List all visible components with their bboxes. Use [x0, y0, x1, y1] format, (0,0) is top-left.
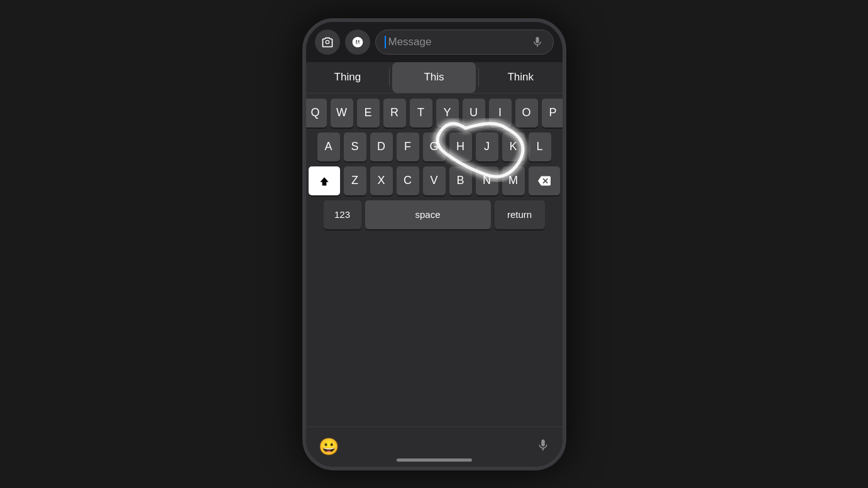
appstore-button[interactable]: A	[345, 30, 370, 55]
key-f[interactable]: F	[397, 133, 419, 161]
autocomplete-think[interactable]: Think	[479, 62, 563, 93]
key-i[interactable]: I	[489, 99, 512, 127]
key-n[interactable]: N	[476, 166, 498, 195]
shift-icon	[318, 175, 331, 187]
autocomplete-bar: Thing This Think	[306, 62, 563, 94]
camera-button[interactable]	[315, 30, 340, 55]
delete-key[interactable]	[529, 166, 560, 195]
key-o[interactable]: O	[515, 99, 538, 127]
key-k[interactable]: K	[502, 133, 525, 161]
svg-text:A: A	[355, 40, 359, 45]
key-b[interactable]: B	[449, 166, 472, 195]
row2-spacer-right	[555, 133, 563, 161]
home-indicator	[397, 458, 472, 462]
row2-spacer-left	[306, 133, 314, 161]
message-placeholder: Message	[388, 36, 528, 48]
key-h[interactable]: H	[449, 133, 472, 161]
key-z[interactable]: Z	[344, 166, 366, 195]
key-g[interactable]: G	[423, 133, 446, 161]
appstore-icon: A	[351, 36, 364, 48]
mic-button-bottom[interactable]	[536, 438, 550, 455]
phone-screen: A Message Thing This	[306, 22, 563, 467]
key-t[interactable]: T	[410, 99, 432, 127]
keyboard-row-4: 123 space return	[309, 200, 560, 229]
text-cursor	[385, 36, 386, 48]
emoji-button[interactable]: 😀	[319, 437, 339, 457]
key-u[interactable]: U	[463, 99, 485, 127]
mic-button-input[interactable]	[528, 33, 547, 52]
shift-key[interactable]	[309, 166, 340, 195]
autocomplete-this[interactable]: This	[392, 62, 476, 93]
keyboard-row-1: Q W E R T Y U I O P	[309, 99, 560, 127]
keyboard-row-3: Z X C V B N M	[309, 166, 560, 195]
camera-icon	[321, 36, 334, 48]
key-q[interactable]: Q	[306, 99, 327, 127]
key-s[interactable]: S	[344, 133, 366, 161]
key-v[interactable]: V	[423, 166, 446, 195]
numbers-key[interactable]: 123	[324, 200, 361, 229]
autocomplete-sep-1	[389, 68, 390, 87]
keyboard-area: Q W E R T Y U I O P A S D F G H J	[306, 94, 563, 426]
phone-frame: A Message Thing This	[302, 18, 566, 470]
mic-icon-bottom	[536, 438, 550, 452]
return-key[interactable]: return	[495, 200, 545, 229]
top-bar: A Message	[306, 22, 563, 62]
key-x[interactable]: X	[370, 166, 393, 195]
key-e[interactable]: E	[357, 99, 380, 127]
key-r[interactable]: R	[383, 99, 406, 127]
key-j[interactable]: J	[476, 133, 498, 161]
autocomplete-thing[interactable]: Thing	[306, 62, 390, 93]
key-l[interactable]: L	[529, 133, 551, 161]
key-a[interactable]: A	[317, 133, 340, 161]
delete-icon	[538, 175, 551, 187]
keyboard-row-2: A S D F G H J K L	[309, 133, 560, 161]
key-d[interactable]: D	[370, 133, 393, 161]
space-key[interactable]: space	[365, 200, 491, 229]
key-y[interactable]: Y	[436, 99, 459, 127]
mic-icon-input	[531, 36, 544, 48]
message-input[interactable]: Message	[375, 30, 554, 55]
key-w[interactable]: W	[331, 99, 353, 127]
key-c[interactable]: C	[397, 166, 419, 195]
key-p[interactable]: P	[542, 99, 563, 127]
key-m[interactable]: M	[502, 166, 525, 195]
